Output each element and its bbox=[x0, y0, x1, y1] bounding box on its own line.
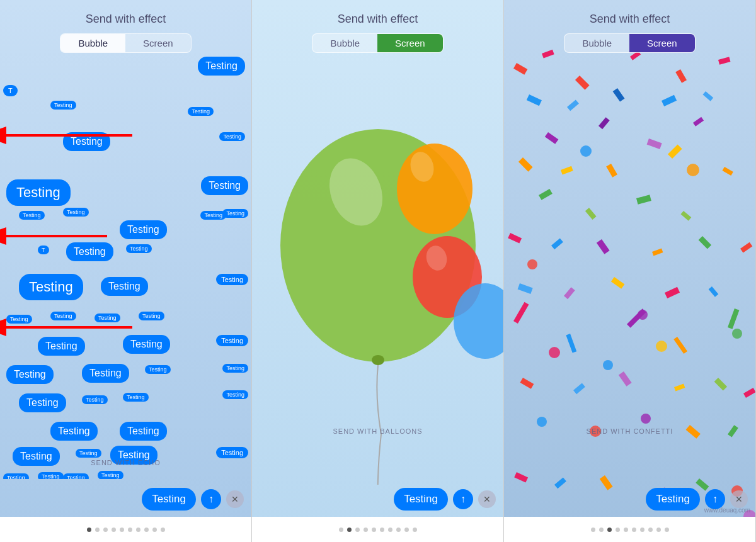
balloons-send-button[interactable]: ↑ bbox=[453, 489, 473, 509]
balloons-close-button[interactable]: ✕ bbox=[478, 490, 496, 508]
echo-msg-38: Testing bbox=[216, 447, 248, 458]
svg-rect-58 bbox=[566, 334, 576, 353]
balloons-tab-bubble[interactable]: Bubble bbox=[312, 34, 377, 52]
echo-close-button[interactable]: ✕ bbox=[226, 490, 244, 508]
svg-rect-39 bbox=[551, 238, 563, 249]
echo-dot-9 bbox=[152, 528, 157, 532]
svg-rect-42 bbox=[699, 236, 712, 249]
svg-rect-35 bbox=[585, 208, 597, 220]
svg-rect-30 bbox=[561, 166, 573, 175]
confetti-tab-bar: Bubble Screen bbox=[564, 33, 695, 53]
echo-arrow-1 bbox=[0, 116, 139, 154]
echo-dot-6 bbox=[128, 528, 132, 532]
echo-msg-32: Testing bbox=[222, 390, 248, 399]
svg-rect-63 bbox=[573, 383, 585, 394]
svg-rect-16 bbox=[575, 76, 590, 90]
svg-point-68 bbox=[537, 417, 547, 427]
balloons-bottom-bar bbox=[252, 517, 503, 542]
balloons-dot-8 bbox=[396, 528, 401, 532]
svg-rect-65 bbox=[674, 384, 685, 392]
svg-rect-21 bbox=[567, 99, 579, 111]
svg-rect-32 bbox=[668, 144, 682, 159]
balloons-dot-6 bbox=[380, 528, 384, 532]
echo-messages-container: Testing T Testing Testing Testing Testin… bbox=[0, 50, 251, 479]
svg-point-9 bbox=[397, 144, 472, 234]
svg-point-53 bbox=[732, 329, 742, 339]
confetti-scene: SEND WITH CONFETTI bbox=[504, 44, 755, 517]
echo-arrow-2 bbox=[0, 217, 113, 255]
balloon-svg bbox=[252, 44, 503, 485]
balloons-dot-7 bbox=[388, 528, 392, 532]
svg-point-70 bbox=[641, 414, 651, 424]
confetti-bottom-bar bbox=[504, 517, 755, 542]
echo-tab-screen[interactable]: Screen bbox=[125, 34, 191, 52]
svg-rect-44 bbox=[518, 283, 533, 294]
echo-msg-main: Testing bbox=[6, 179, 71, 206]
echo-title: Send with effect bbox=[86, 13, 166, 26]
echo-msg-6: Testing bbox=[219, 132, 245, 141]
echo-dot-4 bbox=[112, 528, 116, 532]
confetti-close-button[interactable]: ✕ bbox=[730, 490, 748, 508]
echo-send-button[interactable]: ↑ bbox=[201, 489, 221, 509]
svg-rect-20 bbox=[527, 94, 542, 106]
svg-point-52 bbox=[687, 164, 699, 176]
echo-msg-24: Testing bbox=[216, 335, 248, 346]
echo-msg-11: Testing bbox=[222, 209, 248, 218]
echo-dot-1 bbox=[87, 528, 91, 532]
echo-msg-40: Testing bbox=[38, 472, 64, 479]
confetti-tab-bubble[interactable]: Bubble bbox=[564, 34, 629, 52]
echo-msg-7: Testing bbox=[201, 176, 248, 195]
svg-rect-22 bbox=[613, 88, 625, 102]
svg-rect-64 bbox=[619, 371, 632, 387]
balloons-dot-4 bbox=[364, 528, 368, 532]
svg-rect-31 bbox=[606, 164, 617, 178]
svg-rect-66 bbox=[714, 378, 728, 391]
echo-tab-bar: Bubble Screen bbox=[60, 33, 191, 53]
svg-rect-41 bbox=[652, 249, 663, 256]
svg-rect-43 bbox=[740, 242, 752, 253]
echo-msg-33: Testing bbox=[50, 422, 98, 441]
balloons-tab-bar: Bubble Screen bbox=[312, 33, 443, 53]
echo-dot-5 bbox=[120, 528, 124, 532]
echo-panel: Send with effect Bubble Screen Testing T… bbox=[0, 0, 252, 542]
balloons-dot-9 bbox=[404, 528, 409, 532]
balloons-tab-screen[interactable]: Screen bbox=[377, 34, 443, 52]
echo-msg-36: Testing bbox=[76, 449, 101, 458]
svg-rect-14 bbox=[513, 63, 527, 75]
confetti-tab-screen[interactable]: Screen bbox=[629, 34, 695, 52]
echo-bottom-bubble: Testing bbox=[142, 488, 196, 511]
echo-dot-2 bbox=[95, 528, 100, 532]
balloons-dot-5 bbox=[372, 528, 376, 532]
svg-rect-36 bbox=[636, 195, 651, 204]
svg-rect-61 bbox=[728, 308, 739, 329]
svg-rect-46 bbox=[611, 277, 625, 289]
balloons-dot-2 bbox=[347, 528, 352, 532]
svg-rect-29 bbox=[518, 157, 533, 172]
echo-msg-17: Testing bbox=[216, 274, 248, 285]
echo-msg-31: Testing bbox=[123, 393, 149, 402]
balloons-dot-1 bbox=[339, 528, 343, 532]
confetti-dot-4 bbox=[616, 528, 620, 532]
echo-msg-2: T bbox=[3, 85, 18, 96]
svg-rect-48 bbox=[709, 286, 719, 297]
echo-tab-bubble[interactable]: Bubble bbox=[60, 34, 125, 52]
echo-msg-26: Testing bbox=[82, 364, 129, 383]
confetti-dot-3 bbox=[607, 528, 612, 532]
echo-msg-39: Testing bbox=[3, 473, 29, 479]
confetti-svg bbox=[504, 44, 755, 517]
echo-msg-28: Testing bbox=[222, 364, 248, 373]
confetti-dot-7 bbox=[640, 528, 644, 532]
echo-effect-label: SEND WITH ECHO bbox=[91, 459, 161, 466]
svg-rect-34 bbox=[539, 189, 553, 200]
svg-rect-37 bbox=[681, 211, 692, 221]
echo-msg-big1: Testing bbox=[19, 274, 83, 300]
svg-rect-74 bbox=[554, 477, 566, 488]
svg-rect-67 bbox=[743, 388, 755, 398]
echo-msg-29: Testing bbox=[19, 393, 66, 412]
balloons-panel: Send with effect Bubble Screen bbox=[252, 0, 504, 542]
echo-msg-12: Testing bbox=[120, 220, 167, 239]
echo-dot-3 bbox=[103, 528, 108, 532]
echo-dot-7 bbox=[136, 528, 140, 532]
balloons-dot-10 bbox=[413, 528, 417, 532]
balloons-bottom-area: Testing ↑ ✕ bbox=[252, 488, 503, 511]
